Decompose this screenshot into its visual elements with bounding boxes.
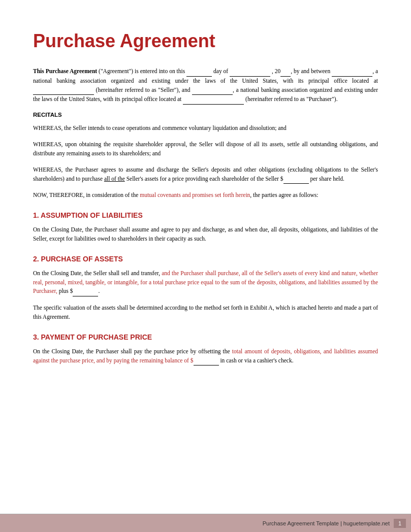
intro-paragraph: This Purchase Agreement ("Agreement") is…: [33, 67, 378, 105]
section-2-para-1: On the Closing Date, the Seller shall se…: [33, 269, 378, 296]
recital-4: NOW, THEREFORE, in consideration of the …: [33, 191, 378, 200]
section-3-heading: 3. PAYMENT OF PURCHASE PRICE: [33, 333, 378, 341]
page-title: Purchase Agreement: [33, 30, 378, 52]
page-footer: Purchase Agreement Template | huguetempl…: [0, 514, 411, 532]
section-1-heading: 1. ASSUMPTION OF LIABILITIES: [33, 211, 378, 219]
document-page: Purchase Agreement This Purchase Agreeme…: [0, 0, 411, 532]
footer-page-number: 1: [394, 519, 406, 528]
footer-label: Purchase Agreement Template | huguetempl…: [263, 520, 390, 526]
section-2-para-2: The specific valuation of the assets sha…: [33, 304, 378, 322]
recital-1: WHEREAS, the Seller intends to cease ope…: [33, 124, 378, 133]
recitals-header: RECITALS: [33, 112, 378, 118]
recital-2: WHEREAS, upon obtaining the requisite sh…: [33, 140, 378, 158]
recital-3: WHEREAS, the Purchaser agrees to assume …: [33, 165, 378, 184]
section-1-para-1: On the Closing Date, the Purchaser shall…: [33, 225, 378, 244]
intro-bold: This Purchase Agreement: [33, 68, 97, 74]
section-3-para-1: On the Closing Date, the Purchaser shall…: [33, 347, 378, 366]
section-2-heading: 2. PURCHASE OF ASSETS: [33, 255, 378, 263]
